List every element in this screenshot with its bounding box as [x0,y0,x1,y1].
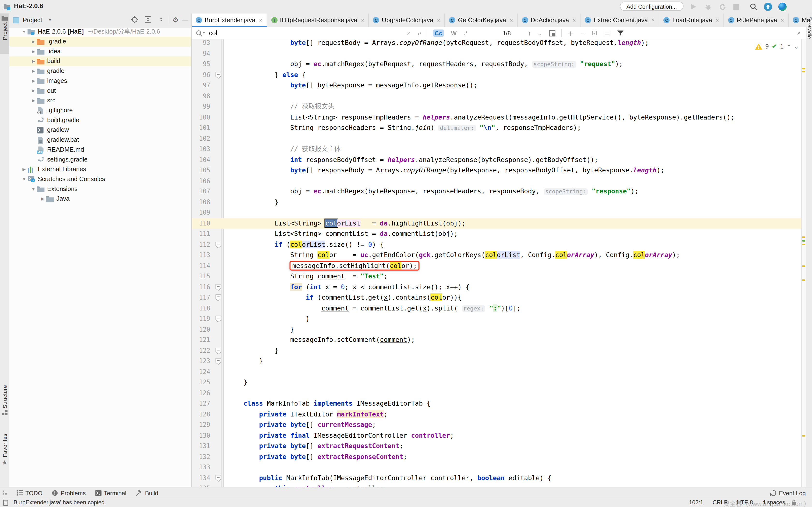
find-input[interactable] [208,29,324,37]
stripe-mark[interactable] [802,243,805,245]
code-line-98[interactable]: 98 [192,91,802,101]
tab-close-icon[interactable]: × [437,17,440,23]
tree-arrow-icon[interactable]: ▶ [21,164,28,174]
tab-burpextender-java[interactable]: CBurpExtender.java× [192,13,267,27]
tree-arrow-icon[interactable]: ▶ [30,56,37,66]
stripe-mark[interactable] [802,279,805,281]
fold-marker-icon[interactable] [215,284,221,290]
window-corner-icon[interactable] [3,490,7,495]
code-line-95[interactable]: 95 obj = ec.matchRegex(byteRequest, requ… [192,59,802,69]
code-line-94[interactable]: 94 [192,48,802,59]
tree-arrow-icon[interactable]: ▶ [30,96,37,106]
stripe-mark[interactable] [802,435,805,437]
code-line-130[interactable]: 130 private final IMessageEditorControll… [192,430,802,441]
code-line-135[interactable]: 135 this.controller = controller; [192,483,802,487]
code-line-105[interactable]: 105 byte[] responseBody = Arrays.copyOfR… [192,165,802,176]
code-line-101[interactable]: 101 String responseHeaders = String.join… [192,123,802,133]
project-panel-header[interactable]: Project ▼ ⚙ — [9,13,191,27]
tree-row--gradle[interactable]: ▶.gradle [9,37,191,47]
hide-panel-icon[interactable]: — [181,16,189,24]
tab-getcolorkey-java[interactable]: CGetColorKey.java× [445,13,518,27]
tree-row-gradlew-bat[interactable]: gradlew.bat [9,135,191,145]
tree-arrow-icon[interactable]: ▼ [21,27,28,37]
prev-problem-icon[interactable]: ⌃ [786,44,791,50]
inspection-widget[interactable]: 9 ✔ 1 ⌃ ⌄ [755,43,799,50]
close-find-bar-icon[interactable]: × [797,30,801,37]
fold-marker-icon[interactable] [215,241,221,248]
tree-row-src[interactable]: ▶src [9,96,191,106]
tree-row-build-gradle[interactable]: build.gradle [9,115,191,125]
code-line-134[interactable]: 134 public MarkInfoTab(IMessageEditorCon… [192,472,802,483]
next-problem-icon[interactable]: ⌄ [794,44,799,50]
tab-close-icon[interactable]: × [361,17,364,23]
code-line-93[interactable]: 93 byte[] requestBody = Arrays.copyOfRan… [192,39,802,49]
code-line-96[interactable]: 96 } else { [192,69,802,80]
clear-search-icon[interactable]: × [407,30,410,37]
code-line-97[interactable]: 97 byte[] byteResponse = messageInfo.get… [192,80,802,91]
code-line-121[interactable]: 121 messageInfo.setComment(comment); [192,335,802,345]
code-line-122[interactable]: 122 } [192,345,802,356]
tree-arrow-icon[interactable]: ▶ [30,66,37,76]
find-in-selection-icon[interactable] [549,30,555,37]
tab-close-icon[interactable]: × [781,17,784,23]
event-log-button[interactable]: Event Log [770,490,806,496]
tab-close-icon[interactable]: × [510,17,513,23]
code-line-100[interactable]: 100 List<String> responseTmpHeaders = he… [192,112,802,123]
code-line-104[interactable]: 104 int responseBodyOffset = helpers.ana… [192,155,802,165]
tree-arrow-icon[interactable]: ▼ [30,184,37,194]
code-line-103[interactable]: 103 // 获取报文主体 [192,144,802,155]
tree-row--idea[interactable]: ▶.idea [9,47,191,56]
tree-row-images[interactable]: ▶images [9,76,191,86]
tab-ihttprequestresponse-java[interactable]: IIHttpRequestResponse.java× [267,13,369,27]
fold-marker-icon[interactable] [215,72,221,78]
locate-file-icon[interactable] [131,16,139,24]
tree-row-extensions[interactable]: ▼Extensions [9,184,191,194]
stripe-mark[interactable] [802,265,805,267]
encoding[interactable]: UTF-8 [737,499,753,506]
previous-occurrence-icon[interactable]: ↑ [528,30,531,37]
tab-close-icon[interactable]: × [652,17,655,23]
stripe-mark[interactable] [802,240,805,241]
code-line-129[interactable]: 129 private byte[] currentMessage; [192,419,802,430]
tab-rulepane-java[interactable]: CRulePane.java× [724,13,789,27]
tool-button-project[interactable]: Project [0,13,9,54]
code-line-127[interactable]: 127 class MarkInfoTab implements IMessag… [192,398,802,409]
fold-marker-icon[interactable] [215,316,221,322]
search-history-caret-icon[interactable]: ▾ [203,31,205,35]
code-line-118[interactable]: 118 comment = commentList.get(x).split( … [192,303,802,314]
code-line-99[interactable]: 99 // 获取报文头 [192,101,802,112]
tree-row-build[interactable]: ▶build [9,56,191,66]
next-occurrence-icon[interactable]: ↓ [539,30,542,37]
search-options-icon[interactable]: ☰ [604,30,610,37]
newline-icon[interactable]: ⤶ [418,30,421,37]
tree-row-scratches-and-consoles[interactable]: ▼Scratches and Consoles [9,174,191,184]
remove-filter-icon[interactable]: − [581,30,585,37]
match-case-toggle[interactable]: Cc [433,30,444,37]
tree-arrow-icon[interactable]: ▶ [30,47,37,56]
tree-arrow-icon[interactable]: ▶ [30,37,37,47]
code-line-120[interactable]: 120 } [192,324,802,335]
tree-row--gitignore[interactable]: .gitignore [9,106,191,115]
stripe-mark[interactable] [802,68,805,69]
regex-toggle[interactable]: .* [464,30,468,36]
whole-words-toggle[interactable]: W [451,30,457,36]
code-line-115[interactable]: 115 String comment = "Test"; [192,271,802,282]
tree-row-readme-md[interactable]: MDREADME.md [9,145,191,155]
tree-row-out[interactable]: ▶out [9,86,191,96]
stripe-mark[interactable] [802,236,805,238]
tab-close-icon[interactable]: × [716,17,719,23]
tree-row-gradle[interactable]: ▶gradle [9,66,191,76]
tab-doaction-java[interactable]: CDoAction.java× [518,13,580,27]
code-line-126[interactable]: 126 [192,388,802,398]
code-line-125[interactable]: 125 } [192,377,802,388]
code-line-106[interactable]: 106 [192,176,802,186]
add-filter-icon[interactable]: ＋ [567,29,574,38]
tab-upgradecolor-java[interactable]: CUpgradeColor.java× [369,13,445,27]
code-line-110[interactable]: 110 List<String> colorList = da.highligh… [192,218,802,229]
caret-position[interactable]: 102:1 [689,499,703,506]
tree-arrow-icon[interactable]: ▶ [39,194,46,204]
tool-button-favorites[interactable]: Favorites ★ [0,434,9,466]
tool-button-structure[interactable]: Structure [0,385,9,415]
settings-gear-icon[interactable]: ⚙ [171,16,180,24]
code-line-128[interactable]: 128 private ITextEditor markInfoText; [192,409,802,419]
